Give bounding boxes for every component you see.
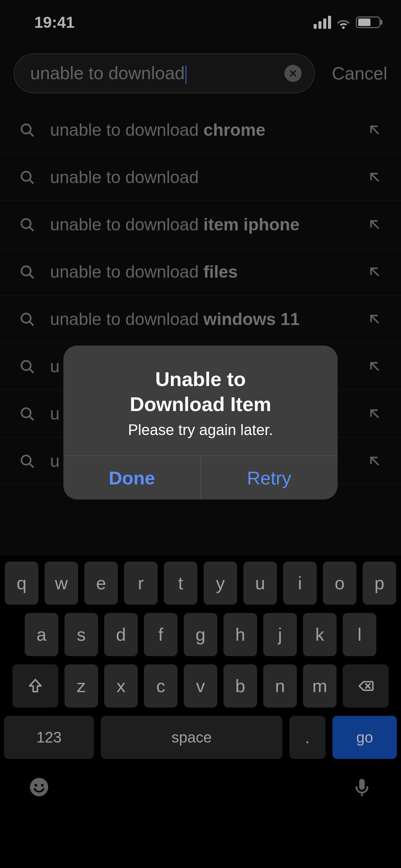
emoji-icon[interactable] (28, 776, 50, 799)
key-p[interactable]: p (363, 562, 396, 605)
period-key[interactable]: . (289, 716, 326, 759)
suggestion-row[interactable]: unable to download windows 11 (0, 296, 401, 343)
insert-arrow-icon[interactable] (367, 454, 382, 468)
key-j[interactable]: j (263, 613, 297, 656)
search-icon (19, 359, 35, 374)
keyboard-row-1: qwertyuiop (4, 562, 397, 605)
backspace-key[interactable] (343, 664, 389, 708)
key-q[interactable]: q (5, 562, 38, 605)
insert-arrow-icon[interactable] (367, 123, 382, 137)
alert-done-button[interactable]: Done (63, 456, 201, 499)
insert-arrow-icon[interactable] (367, 407, 382, 421)
key-b[interactable]: b (223, 664, 257, 708)
key-n[interactable]: n (263, 664, 297, 708)
search-icon (19, 122, 35, 138)
keyboard-bottom-bar (4, 766, 397, 820)
key-l[interactable]: l (343, 613, 376, 656)
key-s[interactable]: s (64, 613, 98, 656)
insert-arrow-icon[interactable] (367, 217, 382, 232)
suggestion-text: unable to download (50, 167, 352, 187)
clear-search-button[interactable] (284, 65, 302, 82)
key-g[interactable]: g (184, 613, 217, 656)
suggestion-text: unable to download chrome (50, 120, 352, 140)
insert-arrow-icon[interactable] (367, 359, 382, 374)
alert-message: Please try again later. (77, 421, 324, 438)
insert-arrow-icon[interactable] (367, 265, 382, 279)
key-f[interactable]: f (144, 613, 178, 656)
signal-icon (314, 16, 331, 29)
alert-modal: Unable to Download Item Please try again… (63, 346, 338, 499)
search-query: unable to download (30, 63, 275, 84)
keyboard: qwertyuiop asdfghjkl zxcvbnm 123 space .… (0, 555, 401, 868)
text-caret (185, 65, 186, 84)
search-icon (19, 169, 35, 185)
svg-point-8 (30, 778, 48, 796)
alert-retry-button[interactable]: Retry (201, 456, 338, 499)
keyboard-row-2: asdfghjkl (4, 613, 397, 656)
key-c[interactable]: c (144, 664, 178, 708)
insert-arrow-icon[interactable] (367, 170, 382, 184)
numeric-key[interactable]: 123 (4, 716, 94, 759)
suggestion-text: unable to download windows 11 (50, 309, 352, 329)
svg-rect-11 (359, 779, 365, 790)
suggestion-row[interactable]: unable to download files (0, 248, 401, 296)
suggestion-text: unable to download item iphone (50, 215, 352, 234)
key-i[interactable]: i (283, 562, 317, 605)
keyboard-row-func: 123 space . go (4, 716, 397, 759)
svg-point-10 (41, 784, 44, 786)
key-r[interactable]: r (124, 562, 158, 605)
key-z[interactable]: z (64, 664, 98, 708)
status-bar: 19:41 (0, 0, 401, 45)
search-icon (19, 406, 35, 422)
key-t[interactable]: t (164, 562, 197, 605)
key-o[interactable]: o (323, 562, 356, 605)
cancel-button[interactable]: Cancel (332, 63, 387, 84)
key-w[interactable]: w (45, 562, 78, 605)
key-m[interactable]: m (303, 664, 337, 708)
key-e[interactable]: e (84, 562, 118, 605)
mic-icon[interactable] (351, 776, 373, 799)
search-icon (19, 311, 35, 327)
search-icon (19, 264, 35, 280)
key-a[interactable]: a (25, 613, 58, 656)
search-icon (19, 217, 35, 232)
alert-body: Unable to Download Item Please try again… (63, 346, 338, 456)
key-k[interactable]: k (303, 613, 337, 656)
key-v[interactable]: v (184, 664, 217, 708)
keyboard-row-3: zxcvbnm (4, 664, 397, 708)
status-time: 19:41 (34, 13, 75, 32)
go-key[interactable]: go (332, 716, 397, 759)
shift-key[interactable] (12, 664, 58, 708)
space-key[interactable]: space (101, 716, 282, 759)
status-right (314, 15, 380, 30)
battery-icon (356, 16, 380, 28)
suggestion-row[interactable]: unable to download chrome (0, 106, 401, 154)
key-u[interactable]: u (243, 562, 277, 605)
suggestion-row[interactable]: unable to download item iphone (0, 201, 401, 248)
insert-arrow-icon[interactable] (367, 312, 382, 326)
key-y[interactable]: y (204, 562, 237, 605)
search-header: unable to download Cancel (14, 53, 387, 93)
search-input[interactable]: unable to download (14, 53, 315, 93)
key-h[interactable]: h (223, 613, 257, 656)
alert-buttons: Done Retry (63, 456, 338, 499)
suggestion-row[interactable]: unable to download (0, 154, 401, 201)
suggestion-text: unable to download files (50, 262, 352, 282)
svg-point-9 (35, 784, 37, 786)
alert-title: Unable to Download Item (77, 367, 324, 417)
key-d[interactable]: d (104, 613, 138, 656)
key-x[interactable]: x (104, 664, 138, 708)
search-icon (19, 453, 35, 469)
wifi-icon (336, 15, 351, 30)
